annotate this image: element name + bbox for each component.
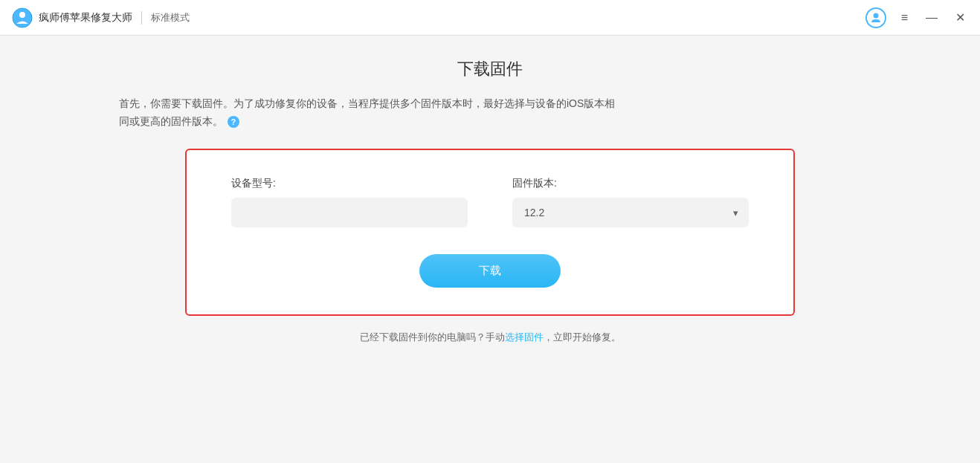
firmware-select-wrapper: 12.2 12.1 12.0 11.4 11.3 ▾: [512, 198, 749, 227]
page-title: 下载固件: [457, 58, 523, 80]
mode-label: 标准模式: [151, 11, 190, 25]
help-icon[interactable]: ?: [228, 116, 239, 128]
footer-text-after: ，立即开始修复。: [544, 331, 621, 343]
app-logo: [12, 7, 33, 28]
download-button[interactable]: 下载: [419, 254, 561, 288]
main-content: 下载固件 首先，你需要下载固件。为了成功修复你的设备，当程序提供多个固件版本时，…: [0, 36, 980, 463]
titlebar-divider: [141, 11, 142, 25]
firmware-card: 设备型号: 固件版本: 12.2 12.1 12.0 11.4 11.3 ▾: [185, 149, 795, 316]
footer: 已经下载固件到你的电脑吗？手动选择固件，立即开始修复。: [360, 331, 621, 354]
firmware-select[interactable]: 12.2 12.1 12.0 11.4 11.3: [512, 198, 749, 227]
description-text: 首先，你需要下载固件。为了成功修复你的设备，当程序提供多个固件版本时，最好选择与…: [119, 95, 615, 131]
fields-row: 设备型号: 固件版本: 12.2 12.1 12.0 11.4 11.3 ▾: [231, 177, 749, 227]
footer-text-before: 已经下载固件到你的电脑吗？手动: [360, 331, 505, 343]
titlebar: 疯师傅苹果修复大师 标准模式 ≡ — ✕: [0, 0, 980, 36]
svg-point-2: [873, 13, 878, 18]
firmware-field-group: 固件版本: 12.2 12.1 12.0 11.4 11.3 ▾: [512, 177, 749, 227]
user-icon[interactable]: [865, 7, 886, 28]
device-label: 设备型号:: [231, 177, 468, 190]
select-firmware-link[interactable]: 选择固件: [505, 331, 544, 343]
close-button[interactable]: ✕: [952, 9, 968, 27]
firmware-label: 固件版本:: [512, 177, 749, 190]
minimize-button[interactable]: —: [923, 9, 941, 27]
svg-point-1: [19, 12, 25, 18]
menu-button[interactable]: ≡: [898, 9, 911, 27]
device-input[interactable]: [231, 198, 468, 227]
window-controls: ≡ — ✕: [865, 7, 968, 28]
app-name: 疯师傅苹果修复大师: [39, 11, 132, 25]
device-field-group: 设备型号:: [231, 177, 468, 227]
